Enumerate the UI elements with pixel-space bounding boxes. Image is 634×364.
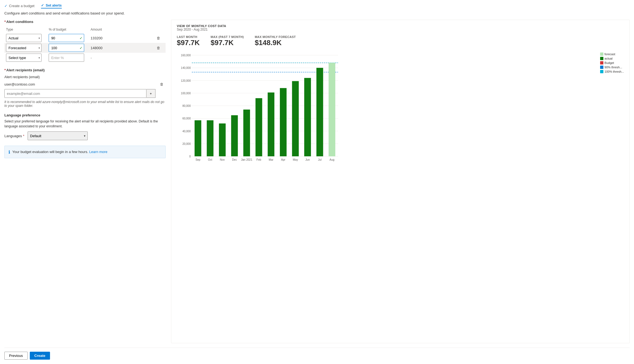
svg-rect-33 [268,92,275,156]
language-row: Languages * DefaultEnglishFrenchGermanSp… [4,131,166,140]
bar-chart: 020,00040,00060,00080,000100,000120,0001… [177,52,363,167]
svg-text:Feb: Feb [257,158,262,161]
create-button[interactable]: Create [30,352,50,360]
type-select-1[interactable]: ActualForecasted [6,44,42,52]
conditions-table: Type % of budget Amount ActualForecasted… [4,27,166,63]
amount-cell: 133200 [89,33,154,43]
chart-panel: VIEW OF MONTHLY COST DATA Sep 2020 - Aug… [171,20,630,343]
svg-rect-42 [304,78,311,156]
svg-rect-45 [316,68,323,156]
email-input[interactable] [4,89,146,98]
info-icon: ℹ [8,149,10,155]
stats-row: LAST MONTH $97.7KMAX (PAST 7 MONTH) $97.… [177,35,624,47]
email-input-row: + [4,89,166,98]
svg-rect-21 [195,120,201,156]
svg-rect-25 [219,124,226,156]
amount-value: - [91,56,92,60]
stat-label-0: LAST MONTH [177,35,200,39]
stat-value-1: $97.7K [211,39,244,47]
table-row: ActualForecasted▾✓148000🗑 [4,43,166,53]
alert-conditions-title: *Alert conditions [4,20,166,24]
svg-text:Jan 2021: Jan 2021 [241,158,253,161]
pct-input-0[interactable] [49,34,84,42]
alert-recipients-title: *Alert recipients (email) [4,68,166,72]
svg-rect-27 [231,115,238,156]
svg-text:20,000: 20,000 [182,142,191,145]
svg-text:100,000: 100,000 [181,92,191,95]
legend-item-3: 90% thresh... [600,66,624,69]
existing-email: user@contoso.com [4,82,158,86]
svg-rect-29 [243,110,250,156]
delete-recipient-button[interactable]: 🗑 [158,81,166,87]
type-select-empty[interactable]: Select typeActualForecasted [6,54,42,62]
pct-input-empty-wrapper [49,54,84,62]
language-select[interactable]: DefaultEnglishFrenchGermanSpanishJapanes… [28,131,88,140]
amount-cell: - [89,53,154,63]
stat-value-0: $97.7K [177,39,200,47]
check-icon-1: ✓ [4,4,7,8]
svg-text:Apr: Apr [281,158,286,161]
svg-text:60,000: 60,000 [182,117,191,120]
svg-text:Oct: Oct [208,158,212,161]
delete-row-button-1[interactable]: 🗑 [155,45,161,51]
trash-icon: 🗑 [157,46,160,50]
chart-area: 020,00040,00060,00080,000100,000120,0001… [177,52,624,168]
previous-button[interactable]: Previous [4,352,28,360]
wizard-step-2[interactable]: ✓ Set alerts [41,3,62,8]
svg-text:May: May [293,158,298,161]
add-icon: + [150,92,152,96]
type-select-wrapper: ActualForecasted▾ [6,44,42,52]
add-email-button[interactable]: + [146,89,155,98]
amount-value: 133200 [91,36,102,40]
chart-subtitle: Sep 2020 - Aug 2021 [177,28,624,31]
bottom-bar: Previous Create [4,348,630,361]
language-description: Select your preferred language for recei… [4,119,166,129]
svg-text:140,000: 140,000 [181,66,191,69]
legend-label-4: 100% thresh... [604,70,624,73]
wizard-step-1[interactable]: ✓ Create a budget [4,4,34,8]
language-label: Languages * [4,134,24,138]
stat-value-2: $148.9K [255,39,296,47]
svg-text:160,000: 160,000 [181,54,191,57]
wizard-step-1-label: Create a budget [9,4,34,8]
type-select-0[interactable]: ActualForecasted [6,34,42,42]
existing-recipient-row: user@contoso.com 🗑 [4,81,166,87]
legend-color-3 [600,66,603,69]
svg-text:Dec: Dec [232,158,237,161]
delete-row-button-0[interactable]: 🗑 [155,35,161,41]
language-title: Language preference [4,113,166,117]
legend-color-2 [600,61,603,64]
pct-check-icon: ✓ [80,46,83,50]
stat-label-1: MAX (PAST 7 MONTH) [211,35,244,39]
pct-input-1[interactable] [49,44,84,52]
col-header-pct: % of budget [47,27,89,33]
legend-item-1: actual [600,57,624,60]
pct-input-wrapper: ✓ [49,34,84,42]
learn-more-link[interactable]: Learn more [89,150,107,154]
svg-text:Jul: Jul [318,158,322,161]
trash-icon-recipient: 🗑 [160,82,163,86]
stat-label-2: MAX MONTHLY FORECAST [255,35,296,39]
svg-rect-23 [207,120,214,156]
col-header-del [154,27,166,33]
svg-text:40,000: 40,000 [182,130,191,133]
legend-item-0: forecast [600,52,624,56]
svg-text:Sep: Sep [195,158,200,161]
svg-text:120,000: 120,000 [181,79,191,82]
trash-icon: 🗑 [157,36,160,40]
pct-input-empty[interactable] [49,54,84,62]
recipient-sublabel: Alert recipients (email) [4,75,166,79]
language-section: Language preference Select your preferre… [4,113,166,140]
stat-item-1: MAX (PAST 7 MONTH) $97.7K [211,35,244,47]
chart-legend: forecast actual Budget 90% thresh... 100… [600,52,624,73]
legend-label-2: Budget [604,61,614,64]
svg-text:Jun: Jun [305,158,310,161]
chart-title: VIEW OF MONTHLY COST DATA [177,24,624,28]
check-icon-2: ✓ [41,3,44,7]
svg-rect-39 [292,81,299,156]
required-star: * [4,20,6,24]
legend-item-4: 100% thresh... [600,70,624,73]
pct-input-wrapper: ✓ [49,44,84,52]
pct-check-icon: ✓ [80,36,83,40]
wizard-step-2-label: Set alerts [46,3,62,7]
